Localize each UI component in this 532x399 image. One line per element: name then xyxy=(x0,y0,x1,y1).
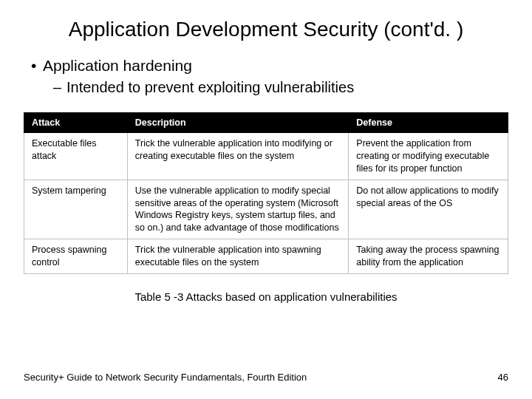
table-header-row: Attack Description Defense xyxy=(24,113,508,133)
page-number: 46 xyxy=(498,372,508,383)
bullet-dash-icon: – xyxy=(53,79,66,96)
table-row: Process spawning control Trick the vulne… xyxy=(24,239,508,274)
cell-attack: Process spawning control xyxy=(24,239,128,274)
cell-defense: Taking away the process spawning ability… xyxy=(349,239,508,274)
table-caption: Table 5 -3 Attacks based on application … xyxy=(24,290,508,303)
col-header-description: Description xyxy=(127,113,348,133)
table-row: System tampering Use the vulnerable appl… xyxy=(24,180,508,239)
slide: Application Development Security (cont'd… xyxy=(0,0,532,399)
attacks-table: Attack Description Defense Executable fi… xyxy=(24,112,508,274)
bullet-1-text: Application hardening xyxy=(43,57,192,74)
footer-source: Security+ Guide to Network Security Fund… xyxy=(24,372,307,383)
cell-attack: System tampering xyxy=(24,180,128,239)
cell-description: Use the vulnerable application to modify… xyxy=(127,180,348,239)
bullet-level-1: •Application hardening xyxy=(31,57,508,75)
col-header-attack: Attack xyxy=(24,113,128,133)
table-row: Executable files attack Trick the vulner… xyxy=(24,133,508,180)
col-header-defense: Defense xyxy=(349,113,508,133)
bullet-list: •Application hardening –Intended to prev… xyxy=(31,57,508,96)
cell-defense: Do not allow applications to modify spec… xyxy=(349,180,508,239)
cell-description: Trick the vulnerable application into sp… xyxy=(127,239,348,274)
cell-defense: Prevent the application from creating or… xyxy=(349,133,508,180)
bullet-dot-icon: • xyxy=(31,57,43,75)
attacks-table-wrap: Attack Description Defense Executable fi… xyxy=(24,112,508,274)
bullet-level-2: –Intended to prevent exploiting vulnerab… xyxy=(53,79,508,96)
footer: Security+ Guide to Network Security Fund… xyxy=(24,372,508,383)
slide-title: Application Development Security (cont'd… xyxy=(24,16,508,42)
cell-description: Trick the vulnerable application into mo… xyxy=(127,133,348,180)
cell-attack: Executable files attack xyxy=(24,133,128,180)
bullet-2-text: Intended to prevent exploiting vulnerabi… xyxy=(66,79,354,95)
